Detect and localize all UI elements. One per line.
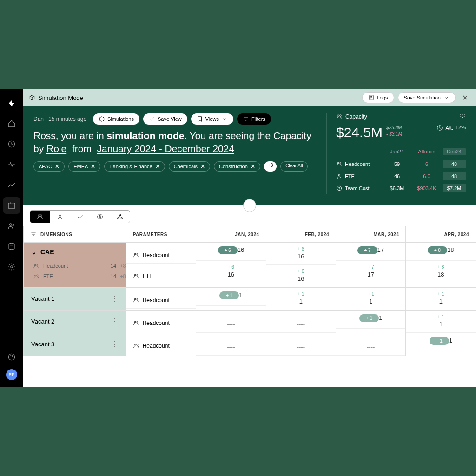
svg-point-29 — [134, 274, 136, 276]
svg-rect-22 — [121, 218, 122, 219]
svg-point-30 — [137, 274, 138, 276]
filter-chip[interactable]: APAC✕ — [33, 161, 65, 172]
logo-icon[interactable] — [3, 95, 20, 112]
svg-point-34 — [137, 321, 138, 323]
filter-chip[interactable]: Chemicals✕ — [169, 161, 210, 172]
user-avatar[interactable]: RP — [6, 369, 17, 380]
svg-point-16 — [38, 215, 40, 217]
save-view-button[interactable]: Save View — [143, 113, 187, 125]
svg-point-9 — [340, 115, 342, 117]
view-toggle-group — [30, 210, 130, 223]
toggle-money-icon[interactable] — [90, 211, 110, 223]
nav-home-icon[interactable] — [3, 115, 20, 132]
svg-point-17 — [40, 215, 42, 217]
filter-chip[interactable]: Construction✕ — [214, 161, 260, 172]
capacity-label: Capacity — [336, 113, 466, 120]
collapse-header-button[interactable]: ⇅ — [243, 199, 256, 212]
svg-point-36 — [137, 344, 138, 345]
vacant-row[interactable]: Vacant 2⋮ — [24, 311, 126, 332]
param-label: Headcount — [126, 243, 196, 264]
nav-settings-icon[interactable] — [3, 258, 20, 275]
toggle-people-icon[interactable] — [30, 211, 50, 223]
svg-point-25 — [34, 275, 36, 276]
capacity-settings-icon[interactable] — [459, 113, 466, 120]
svg-point-3 — [13, 225, 14, 226]
row-menu-icon[interactable]: ⋮ — [111, 294, 119, 303]
svg-point-12 — [337, 162, 339, 164]
filters-button[interactable]: Filters — [237, 113, 271, 125]
svg-point-32 — [137, 298, 138, 300]
more-chips[interactable]: +3 — [264, 161, 277, 172]
filter-chip[interactable]: Banking & Finance✕ — [104, 161, 165, 172]
svg-point-14 — [338, 174, 340, 176]
param-label: FTE — [126, 264, 196, 284]
help-icon[interactable] — [3, 349, 20, 365]
save-simulation-button[interactable]: Save Simulation — [398, 92, 456, 103]
col-mar: MAR, 2024 — [373, 232, 399, 237]
param-label: Headcount — [126, 333, 196, 354]
svg-point-24 — [37, 264, 38, 266]
col-jan: JAN, 2024 — [235, 232, 259, 237]
row-menu-icon[interactable]: ⋮ — [111, 317, 119, 326]
svg-point-18 — [59, 215, 61, 217]
row-menu-icon[interactable]: ⋮ — [111, 340, 119, 349]
clear-all-button[interactable]: Clear All — [280, 161, 308, 172]
logs-button[interactable]: Logs — [362, 92, 394, 103]
attrition-badge: Att.12% — [436, 125, 466, 131]
svg-point-33 — [134, 321, 136, 323]
headline: Ross, you are in simulation mode. You ar… — [33, 129, 315, 156]
nav-chart-icon[interactable] — [3, 177, 20, 193]
vacant-row[interactable]: Vacant 1⋮ — [24, 288, 126, 310]
nav-calendar-icon[interactable] — [3, 197, 20, 214]
svg-point-5 — [11, 266, 13, 268]
svg-rect-21 — [118, 218, 119, 219]
nav-clock-icon[interactable] — [3, 136, 20, 152]
author-meta: Dan · 15 minutes ago — [33, 116, 86, 122]
views-button[interactable]: Views — [191, 113, 233, 125]
svg-point-8 — [337, 115, 339, 117]
toggle-person-icon[interactable] — [50, 211, 70, 223]
svg-point-23 — [34, 264, 36, 266]
capacity-amount: $24.5M — [336, 125, 383, 140]
svg-point-31 — [134, 298, 136, 300]
svg-point-28 — [137, 253, 138, 255]
svg-point-35 — [134, 344, 136, 345]
col-feb: FEB, 2024 — [305, 232, 329, 237]
col-dimensions: DIMENSIONS — [40, 232, 72, 237]
svg-point-2 — [10, 224, 12, 226]
svg-rect-20 — [119, 214, 121, 216]
svg-point-10 — [462, 116, 463, 118]
svg-point-13 — [340, 162, 341, 164]
close-button[interactable]: ✕ — [459, 92, 470, 103]
simulations-button[interactable]: Simulations — [93, 113, 139, 125]
param-label: Headcount — [126, 288, 196, 309]
nav-database-icon[interactable] — [3, 238, 20, 255]
dimension-cae[interactable]: ⌄CAE — [24, 243, 126, 261]
col-apr: APR, 2024 — [444, 232, 469, 237]
param-label: Headcount — [126, 311, 196, 331]
svg-rect-1 — [8, 203, 15, 209]
filter-chip[interactable]: EMEA✕ — [68, 161, 100, 172]
vacant-row[interactable]: Vacant 3⋮ — [24, 333, 126, 355]
mode-title: Simulation Mode — [29, 94, 358, 101]
col-parameters: PARAMETERS — [133, 232, 167, 237]
toggle-chart-icon[interactable] — [70, 211, 90, 223]
svg-point-26 — [37, 275, 38, 276]
svg-point-4 — [9, 243, 14, 245]
toggle-org-icon[interactable] — [110, 211, 130, 223]
svg-point-27 — [134, 253, 136, 255]
nav-pulse-icon[interactable] — [3, 156, 20, 173]
nav-people-icon[interactable] — [3, 218, 20, 234]
